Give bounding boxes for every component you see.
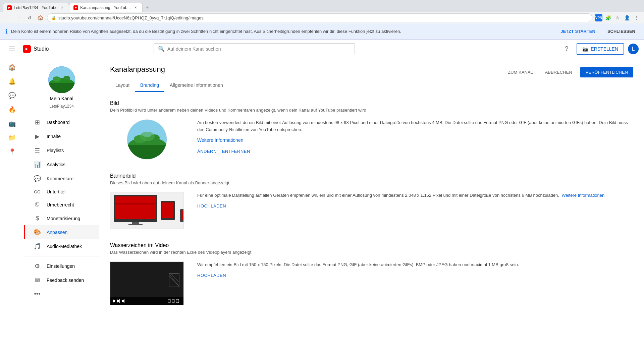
nav-item-playlists[interactable]: ☰ Playlists xyxy=(24,143,99,158)
bild-info: Am besten verwendest du ein Bild mit ein… xyxy=(197,119,633,156)
sidebar-icon-home[interactable]: 🏠 xyxy=(1,61,23,74)
bild-title: Bild xyxy=(110,100,633,106)
wasserzeichen-upload-button[interactable]: HOCHLADEN xyxy=(197,271,226,280)
tab-title-2: Kanalanpassung - YouTub... xyxy=(80,5,130,10)
nav-item-monetarisierung[interactable]: $ Monetarisierung xyxy=(24,212,99,225)
nav-item-anpassen[interactable]: 🎨 Anpassen xyxy=(24,225,99,239)
banner-close-button[interactable]: SCHLIESSEN xyxy=(604,27,639,36)
feedback-icon: ✉ xyxy=(33,277,41,284)
sidebar-icon-subscriptions[interactable]: 📺 xyxy=(1,117,23,130)
create-button[interactable]: 📷 ERSTELLEN xyxy=(577,43,624,55)
bannerbild-desc: Dieses Bild wird oben auf deinem Kanal a… xyxy=(110,180,633,185)
tab-close-1[interactable]: ✕ xyxy=(59,5,65,10)
hamburger-menu[interactable] xyxy=(5,42,19,56)
menu-icon[interactable]: ⋮ xyxy=(633,14,640,21)
nav-item-analytics[interactable]: 📊 Analytics xyxy=(24,158,99,172)
main-content: Kanalanpassung ZUM KANAL ABBRECHEN VERÖF… xyxy=(99,58,644,362)
watermark-preview xyxy=(110,261,184,305)
extensions-icon[interactable]: 🧩 xyxy=(604,14,612,21)
svg-rect-21 xyxy=(181,210,184,220)
sidebar-icon-notification[interactable]: 🔔 xyxy=(1,75,23,88)
address-bar[interactable]: studio.youtube.com/channel/UcocN6zQPHQZ_… xyxy=(58,15,204,20)
nav-label-inhalte: Inhalte xyxy=(47,134,61,139)
bild-actions: ÄNDERN ENTFERNEN xyxy=(197,147,633,156)
sidebar-icons: 🏠 🔔 💬 🔥 📺 📁 📍 xyxy=(0,58,24,362)
banner-actions: JETZT STARTEN SCHLIESSEN xyxy=(557,27,639,36)
tab-branding[interactable]: Branding xyxy=(135,79,164,92)
bannerbild-content: Für eine optimale Darstellung auf allen … xyxy=(110,192,633,229)
tab-layout[interactable]: Layout xyxy=(110,79,135,92)
bild-content: Am besten verwendest du ein Bild mit ein… xyxy=(110,119,633,160)
app-header: Studio 🔍 ? 📷 ERSTELLEN L xyxy=(0,40,644,58)
nav-item-inhalte[interactable]: ▶ Inhalte xyxy=(24,129,99,143)
svg-point-10 xyxy=(140,132,155,141)
location-icon: 📍 xyxy=(8,148,16,156)
new-tab-button[interactable]: + xyxy=(143,3,152,12)
more-icon: ••• xyxy=(33,291,41,298)
vpn-icon[interactable]: VPN xyxy=(595,14,602,21)
svg-rect-33 xyxy=(126,301,135,301)
sidebar-icon-location[interactable]: 📍 xyxy=(1,145,23,158)
youtube-icon xyxy=(23,45,31,53)
bannerbild-section: Bannerbild Dieses Bild wird oben auf dei… xyxy=(110,173,633,229)
nav-item-untertitel[interactable]: CC Untertitel xyxy=(24,186,99,198)
messages-icon: 💬 xyxy=(8,92,16,99)
nav-label-kommentare: Kommentare xyxy=(47,176,73,181)
tab-allgemein[interactable]: Allgemeine Informationen xyxy=(164,79,228,92)
banner-start-button[interactable]: JETZT STARTEN xyxy=(557,27,599,36)
sidebar-icon-explore[interactable]: 🔥 xyxy=(1,103,23,116)
tab-close-2[interactable]: ✕ xyxy=(133,5,138,10)
user-avatar[interactable]: L xyxy=(628,44,639,54)
nav-label-analytics: Analytics xyxy=(47,162,65,167)
nav-item-more[interactable]: ••• xyxy=(24,287,99,301)
bannerbild-upload-button[interactable]: HOCHLADEN xyxy=(197,201,226,210)
bild-entfernen-button[interactable]: ENTFERNEN xyxy=(222,147,250,156)
analytics-icon: 📊 xyxy=(33,161,41,168)
svg-rect-15 xyxy=(115,203,156,204)
bild-image-wrap xyxy=(110,119,184,160)
info-icon: ℹ xyxy=(5,28,8,35)
wasserzeichen-desc: Das Wasserzeichen wird in der rechten Ec… xyxy=(110,250,633,255)
back-button[interactable]: ← xyxy=(4,14,12,22)
bild-aendern-button[interactable]: ÄNDERN xyxy=(197,147,217,156)
youtube-studio-logo[interactable]: Studio xyxy=(23,45,49,53)
forward-button[interactable]: → xyxy=(15,14,23,22)
nav-item-feedback[interactable]: ✉ Feedback senden xyxy=(24,273,99,287)
bookmark-icon[interactable]: ☆ xyxy=(614,14,621,21)
header-right: ? 📷 ERSTELLEN L xyxy=(560,43,639,55)
nav-label-monetarisierung: Monetarisierung xyxy=(47,216,80,221)
channel-handle: LetsPlay1234 xyxy=(49,104,74,109)
nav-item-dashboard[interactable]: ⊞ Dashboard xyxy=(24,115,99,129)
svg-rect-30 xyxy=(119,299,120,303)
svg-rect-4 xyxy=(48,83,75,93)
sidebar-icon-messages[interactable]: 💬 xyxy=(1,89,23,102)
bannerbild-info-link[interactable]: Weitere Informationen xyxy=(562,193,605,198)
bild-info-link[interactable]: Weitere Informationen xyxy=(197,137,243,143)
nav-label-dashboard: Dashboard xyxy=(47,120,70,125)
veroeffentlichen-button[interactable]: VERÖFFENTLICHEN xyxy=(580,67,633,77)
abbrechen-button[interactable]: ABBRECHEN xyxy=(541,67,576,77)
anpassen-icon: 🎨 xyxy=(33,229,41,236)
profile-icon[interactable]: 👤 xyxy=(623,14,631,21)
bannerbild-info-text: Für eine optimale Darstellung auf allen … xyxy=(197,192,633,199)
search-input[interactable] xyxy=(167,46,351,52)
nav-item-kommentare[interactable]: 💬 Kommentare xyxy=(24,172,99,186)
help-button[interactable]: ? xyxy=(560,43,573,55)
browser-tab-2[interactable]: ▶ Kanalanpassung - YouTub... ✕ xyxy=(69,3,142,12)
channel-avatar[interactable] xyxy=(48,66,75,93)
header-search: 🔍 xyxy=(154,43,355,54)
zum-kanal-button[interactable]: ZUM KANAL xyxy=(504,67,537,77)
banner-preview xyxy=(110,192,184,229)
sidebar-icon-library[interactable]: 📁 xyxy=(1,131,23,144)
nav-item-urheberrecht[interactable]: © Urheberrecht xyxy=(24,198,99,212)
refresh-button[interactable]: ↺ xyxy=(25,14,34,22)
wasserzeichen-image-wrap xyxy=(110,261,184,305)
app: Studio 🔍 ? 📷 ERSTELLEN L 🏠 🔔 xyxy=(0,40,644,362)
nav-item-audio[interactable]: 🎵 Audio-Mediathek xyxy=(24,239,99,253)
svg-rect-17 xyxy=(128,224,143,225)
nav-item-einstellungen[interactable]: ⚙ Einstellungen xyxy=(24,259,99,273)
home-button[interactable]: 🏠 xyxy=(36,14,44,22)
nav-list: ⊞ Dashboard ▶ Inhalte ☰ Playlists 📊 Anal… xyxy=(24,115,99,253)
nav-label-feedback: Feedback senden xyxy=(47,278,84,283)
browser-tab-1[interactable]: ▶ LetsPlay1234 - YouTube ✕ xyxy=(3,3,69,12)
